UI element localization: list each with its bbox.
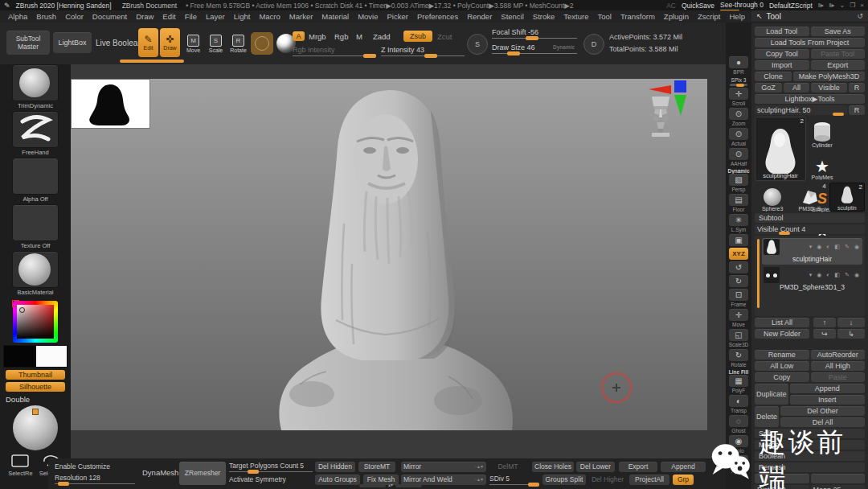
activate-symmetry-button[interactable]: Activate Symmetry: [229, 475, 286, 483]
persp-icon[interactable]: Dynamic ▧ Persp: [727, 168, 749, 192]
draw-mode-button[interactable]: ✜ Draw: [160, 28, 180, 57]
rotate-mode-button[interactable]: R Rotate: [228, 29, 248, 58]
copy-subtool-button[interactable]: Copy: [755, 372, 809, 382]
visible-count-slider[interactable]: Visible Count 4: [755, 224, 865, 234]
shelf-scroll-control[interactable]: ▴▾: [359, 483, 422, 487]
menu-item[interactable]: File: [185, 12, 197, 21]
menu-item[interactable]: Transform: [620, 12, 655, 21]
titlebar-icon[interactable]: ‖▸: [829, 2, 834, 9]
menu-item[interactable]: Zscript: [698, 12, 721, 21]
copy-tool-button[interactable]: Copy Tool: [755, 49, 809, 59]
del-mt-button[interactable]: DelMT: [489, 462, 526, 472]
active-tool-slider[interactable]: sculptingHair. 50: [755, 105, 847, 115]
tool-r-button[interactable]: R: [849, 105, 865, 115]
stroke-settings-icon[interactable]: S: [467, 34, 488, 55]
aahalf-icon[interactable]: ⊙ AAHalf: [729, 148, 748, 166]
rgb-intensity-slider[interactable]: Rgb Intensity: [293, 47, 376, 56]
menu-item[interactable]: Macro: [259, 12, 280, 21]
frame-icon[interactable]: ⊡ Frame: [729, 289, 748, 307]
titlebar-icons[interactable]: ‖▸‖▸⌄❒×: [818, 2, 864, 9]
menu-item[interactable]: Brush: [36, 12, 56, 21]
rgb-toggle[interactable]: Rgb: [334, 32, 348, 41]
xyz-axis-button[interactable]: XYZ: [729, 248, 748, 260]
remesh-section-header[interactable]: Remesh: [755, 462, 865, 472]
thumbnail-toggle[interactable]: Thumbnail: [6, 370, 65, 380]
insert-button[interactable]: Insert: [790, 395, 865, 405]
boolean-section-header[interactable]: Boolean: [755, 451, 865, 461]
menu-item[interactable]: Draw: [136, 12, 154, 21]
menu-item[interactable]: Light: [234, 12, 251, 21]
del-hidden-button[interactable]: Del Hidden: [315, 462, 355, 472]
secondary-color-swatch[interactable]: [35, 345, 68, 368]
auto-groups-button[interactable]: Auto Groups: [315, 475, 360, 485]
tool-thumb-pm3d[interactable]: 4 PM3D_S: [792, 183, 827, 212]
make-polymesh3d-button[interactable]: Make PolyMesh3D: [793, 72, 865, 81]
tool-thumb-cylinder[interactable]: Cylinder: [808, 117, 837, 148]
zcut-toggle[interactable]: Zcut: [437, 32, 452, 41]
tool-thumb-polymesh-star[interactable]: ★ PolyMes: [808, 149, 837, 180]
menu-item[interactable]: Alpha: [8, 12, 27, 21]
current-stroke-slot[interactable]: FreeHand: [12, 111, 59, 156]
list-all-button[interactable]: List All: [755, 318, 809, 327]
subtool-master-button[interactable]: SubTool Master: [6, 31, 50, 55]
edit-mode-button[interactable]: ✎ Edit: [138, 28, 158, 57]
lock-icon[interactable]: ▣: [729, 234, 748, 246]
all-high-button[interactable]: All High: [811, 361, 866, 371]
grp-toggle[interactable]: Grp: [673, 475, 694, 485]
doc-settings-icon[interactable]: D: [583, 34, 604, 55]
all-low-button[interactable]: All Low: [755, 361, 809, 371]
close-holes-button[interactable]: Close Holes: [532, 462, 574, 472]
move-mode-button[interactable]: M Move: [183, 29, 203, 58]
current-brush-slot[interactable]: TrimDynamic: [12, 64, 59, 109]
rotate-y-icon[interactable]: ↺: [729, 261, 748, 273]
merge-section-header[interactable]: Merge: [755, 440, 865, 450]
preview-light-dot[interactable]: [32, 409, 39, 415]
paste-subtool-button[interactable]: Paste: [811, 372, 866, 382]
tool-thumb-sphere[interactable]: Sphere3: [755, 183, 790, 212]
menu-item[interactable]: Material: [321, 12, 349, 21]
titlebar-icon[interactable]: ‖▸: [818, 2, 824, 9]
zsub-toggle[interactable]: Zsub: [403, 31, 432, 42]
color-swatch-a[interactable]: A: [293, 31, 305, 41]
target-polygons-slider[interactable]: Target Polygons Count 5: [229, 462, 313, 472]
duplicate-button[interactable]: Duplicate: [755, 384, 788, 405]
polyframe-icon[interactable]: Line Fill ▦ PolyF: [729, 369, 749, 393]
project-history-button[interactable]: [811, 474, 866, 483]
current-alpha-slot[interactable]: Alpha Off: [12, 158, 59, 203]
default-zscript-button[interactable]: DefaultZScript: [769, 2, 813, 10]
subtool-scrollbar[interactable]: [757, 239, 760, 308]
paste-tool-button[interactable]: Paste Tool: [811, 49, 866, 59]
main-color-swatch[interactable]: [3, 345, 35, 368]
rotate-gizmo-icon[interactable]: ↻ Rotate: [729, 349, 748, 368]
store-mt-button[interactable]: StoreMT: [358, 462, 395, 472]
solo-icon[interactable]: ◉ Solo: [729, 435, 748, 454]
move-gizmo-icon[interactable]: ✛ Move: [729, 309, 748, 327]
load-tool-button[interactable]: Load Tool: [755, 27, 809, 36]
move-up-button[interactable]: ↑: [813, 318, 836, 327]
enable-customize-button[interactable]: Enable Customize: [55, 462, 110, 471]
lightbox-tools-button[interactable]: Lightbox▶Tools: [755, 94, 865, 104]
subtool-item[interactable]: ▾ ◉ ◐ ◧ ✎ ◉ PM3D_Sphere3D1_3: [762, 266, 862, 293]
camera-gizmo[interactable]: [644, 79, 695, 138]
zremesher-button[interactable]: ZRemesher: [179, 462, 226, 485]
menu-item[interactable]: Stroke: [533, 12, 555, 21]
del-all-button[interactable]: Del All: [780, 417, 865, 427]
actual-size-icon[interactable]: ⊙ Actual: [729, 128, 748, 146]
menu-item[interactable]: Stencil: [501, 12, 524, 21]
scroll-hand-icon[interactable]: ✛ Scroll: [729, 88, 748, 106]
menu-item[interactable]: Texture: [563, 12, 588, 21]
xpose-icon[interactable]: ∷ Xpose: [729, 455, 748, 474]
scale-mode-button[interactable]: S Scale: [206, 29, 226, 58]
move-out-folder-button[interactable]: ↳: [837, 329, 865, 339]
ghost-icon[interactable]: ◌ Ghost: [729, 415, 748, 434]
scroll-arrows-icon[interactable]: ▴▾: [388, 483, 393, 487]
goz-visible-button[interactable]: Visible: [811, 83, 847, 92]
m-toggle[interactable]: M: [356, 32, 362, 41]
menu-item[interactable]: Tool: [597, 12, 611, 21]
mirror-button[interactable]: Mirror ◦▴▾: [401, 462, 486, 472]
goz-button[interactable]: GoZ: [755, 83, 782, 92]
color-picker[interactable]: [13, 301, 58, 343]
import-button[interactable]: Import: [755, 60, 809, 70]
project-button[interactable]: [755, 474, 809, 483]
move-into-folder-button[interactable]: ↪: [813, 329, 836, 339]
